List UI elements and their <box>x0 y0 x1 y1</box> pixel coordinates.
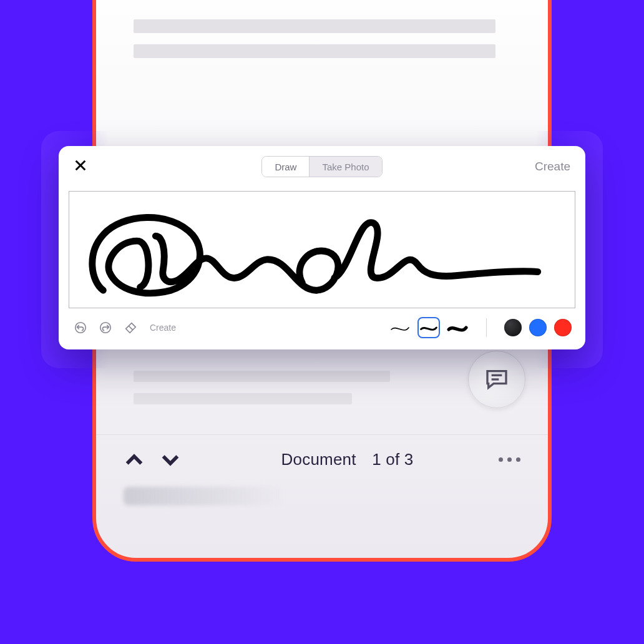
mode-segmented-control[interactable]: Draw Take Photo <box>261 156 382 177</box>
svg-point-5 <box>100 323 111 333</box>
chat-icon <box>484 367 509 392</box>
eraser-icon <box>124 321 137 334</box>
undo-icon <box>74 321 87 334</box>
color-red[interactable] <box>554 319 572 336</box>
color-blue[interactable] <box>529 319 547 336</box>
svg-point-4 <box>76 323 86 333</box>
svg-line-6 <box>129 326 132 329</box>
text-placeholder <box>134 44 495 58</box>
erase-button[interactable] <box>122 320 139 336</box>
document-nav-bar: Document 1 of 3 <box>96 434 548 484</box>
page-count: 1 of 3 <box>372 450 413 469</box>
color-black[interactable] <box>504 319 522 336</box>
chevron-up-icon <box>124 449 145 471</box>
toolbar-divider <box>486 318 487 337</box>
tab-take-photo[interactable]: Take Photo <box>309 157 381 177</box>
document-label: Document <box>281 450 356 469</box>
redo-icon <box>99 321 112 334</box>
text-placeholder <box>134 393 352 404</box>
redo-button[interactable] <box>97 320 114 336</box>
undo-button[interactable] <box>72 320 89 336</box>
document-preview <box>96 0 548 58</box>
tab-draw[interactable]: Draw <box>262 157 309 177</box>
modal-header: Draw Take Photo Create <box>59 146 585 186</box>
chevron-down-icon <box>160 449 181 471</box>
signature-stroke <box>69 192 575 308</box>
signature-canvas[interactable] <box>69 191 575 308</box>
toolbar-create-label: Create <box>150 323 176 333</box>
text-placeholder <box>134 371 390 382</box>
next-page-button[interactable] <box>160 449 181 471</box>
create-button[interactable]: Create <box>535 160 570 173</box>
thickness-thin[interactable] <box>389 317 411 338</box>
text-placeholder <box>134 19 495 33</box>
color-picker <box>504 319 572 336</box>
signature-modal: Draw Take Photo Create <box>59 146 585 349</box>
prev-page-button[interactable] <box>124 449 145 471</box>
more-menu-button[interactable] <box>499 457 520 462</box>
blurred-row <box>124 487 286 505</box>
close-icon <box>74 159 87 172</box>
stroke-thickness-picker <box>389 317 469 338</box>
close-button[interactable] <box>74 159 87 175</box>
thickness-thick[interactable] <box>446 317 469 338</box>
page-indicator: Document 1 of 3 <box>196 450 499 469</box>
thickness-medium[interactable] <box>417 317 440 338</box>
signature-toolbar: Create <box>59 308 585 349</box>
